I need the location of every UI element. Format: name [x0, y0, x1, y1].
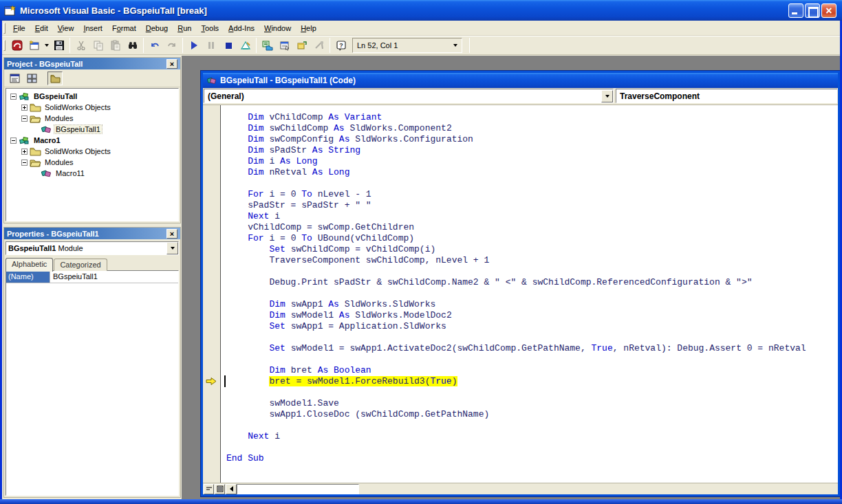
menu-run[interactable]: Run: [173, 22, 196, 34]
tree-item-label[interactable]: Macro11: [54, 169, 86, 177]
help-button[interactable]: ?: [332, 37, 349, 54]
selected-object-name: BGspeiuTall1: [8, 244, 58, 252]
tab-alphabetic[interactable]: Alphabetic: [6, 258, 53, 272]
project-panel-caption[interactable]: Project - BGspeiuTall ×: [4, 58, 180, 69]
properties-panel-close-icon[interactable]: ×: [166, 229, 177, 239]
toolbar-items: ?: [8, 37, 349, 54]
project-panel-close-icon[interactable]: ×: [166, 59, 177, 69]
object-dropdown[interactable]: (General): [204, 89, 614, 103]
solidworks-button[interactable]: [8, 37, 25, 54]
save-button[interactable]: [50, 37, 67, 54]
tree-item-label[interactable]: BGspeiuTall1: [54, 125, 102, 133]
code-line: bret = swModel1.ForceRebuild3(True): [226, 376, 838, 387]
tree-item-solidworks-objects[interactable]: SolidWorks Objects: [6, 146, 178, 157]
tree-item-bgspeiutall[interactable]: BGspeiuTall: [6, 91, 178, 102]
menu-view[interactable]: View: [53, 22, 79, 34]
module-icon: [206, 76, 217, 85]
property-name-cell[interactable]: (Name): [6, 271, 50, 283]
find-button[interactable]: [124, 37, 141, 54]
menu-file[interactable]: File: [8, 22, 30, 34]
menu-window[interactable]: Window: [259, 22, 296, 34]
code-line: Dim nRetval As Long: [226, 167, 838, 178]
tree-item-label[interactable]: BGspeiuTall: [32, 92, 78, 100]
tree-item-bgspeiutall1[interactable]: BGspeiuTall1: [6, 124, 178, 135]
left-dock: Project - BGspeiuTall × BGspeiuTallSoli: [2, 56, 182, 499]
horizontal-scrollbar[interactable]: [226, 483, 359, 494]
tab-categorized[interactable]: Categorized: [54, 259, 107, 271]
minimize-button[interactable]: [788, 3, 803, 18]
position-dropdown-icon: [453, 44, 457, 47]
collapse-icon[interactable]: [10, 138, 17, 144]
project-tree[interactable]: BGspeiuTallSolidWorks ObjectsModulesBGsp…: [6, 88, 179, 221]
run-button[interactable]: [185, 37, 202, 54]
tree-item-macro1[interactable]: Macro1: [6, 135, 178, 146]
menu-insert[interactable]: Insert: [78, 22, 107, 34]
code-editor[interactable]: Dim vChildComp As Variant Dim swChildCom…: [221, 105, 838, 483]
property-value-cell[interactable]: BGspeiuTall1: [50, 271, 178, 283]
code-combo-row: (General) TraverseComponent: [203, 88, 838, 105]
collapse-icon[interactable]: [21, 116, 28, 122]
tree-item-label[interactable]: Modules: [43, 114, 75, 122]
code-line: TraverseComponent swChildComp, nLevel + …: [226, 255, 838, 266]
code-window-titlebar[interactable]: BGspeiuTall - BGspeiuTall1 (Code): [203, 73, 838, 88]
collapse-icon[interactable]: [10, 94, 17, 100]
object-dropdown-icon[interactable]: [601, 90, 613, 102]
toolbar-separator: [143, 38, 144, 53]
scroll-left-icon[interactable]: [226, 484, 237, 494]
find-icon: [127, 40, 138, 51]
insert-userform-button-dropdown-icon[interactable]: [43, 37, 50, 54]
design-mode-button[interactable]: [237, 37, 254, 54]
code-body: Dim vChildComp As Variant Dim swChildCom…: [203, 105, 838, 483]
tree-item-solidworks-objects[interactable]: SolidWorks Objects: [6, 102, 178, 113]
menu-help[interactable]: Help: [296, 22, 321, 34]
code-line: [226, 387, 838, 398]
tree-item-modules[interactable]: Modules: [6, 113, 178, 124]
run-icon: [188, 40, 199, 51]
object-selector-combobox[interactable]: BGspeiuTall1 Module: [6, 241, 179, 255]
properties-window-button[interactable]: [276, 37, 293, 54]
expand-icon[interactable]: [21, 105, 28, 111]
undo-button[interactable]: [146, 37, 163, 54]
menu-tools[interactable]: Tools: [196, 22, 224, 34]
object-browser-button[interactable]: [293, 37, 310, 54]
tree-item-label[interactable]: SolidWorks Objects: [43, 103, 112, 111]
tree-item-label[interactable]: Modules: [43, 158, 75, 166]
menu-edit[interactable]: Edit: [30, 22, 53, 34]
code-line: [226, 178, 838, 189]
view-code-button[interactable]: [7, 72, 22, 85]
procedure-view-button[interactable]: [204, 484, 214, 494]
margin-indicator-bar[interactable]: [203, 105, 221, 483]
object-selector-dropdown-icon[interactable]: [166, 242, 178, 254]
reset-button[interactable]: [219, 37, 237, 54]
tree-item-modules[interactable]: Modules: [6, 157, 178, 168]
code-line: Dim swChildComp As SldWorks.Component2: [226, 123, 838, 134]
project-panel-title: Project - BGspeiuTall: [7, 60, 166, 68]
menu-addins[interactable]: Add-Ins: [224, 22, 259, 34]
maximize-button[interactable]: [805, 3, 820, 18]
menu-debug[interactable]: Debug: [141, 22, 173, 34]
toolbar-grip[interactable]: [3, 40, 6, 51]
code-line: [226, 420, 838, 431]
collapse-icon[interactable]: [21, 160, 28, 166]
toggle-folders-button[interactable]: [47, 72, 63, 85]
full-module-view-button[interactable]: [215, 484, 225, 494]
menu-format[interactable]: Format: [107, 22, 141, 34]
tree-item-macro11[interactable]: Macro11: [6, 168, 178, 179]
main-titlebar[interactable]: Microsoft Visual Basic - BGspeiuTall [br…: [0, 0, 842, 21]
close-button[interactable]: [821, 3, 836, 18]
tree-item-label[interactable]: Macro1: [32, 136, 62, 144]
menubar-grip[interactable]: [3, 23, 6, 34]
design-icon: [240, 40, 251, 51]
code-line: Debug.Print sPadStr & swChildComp.Name2 …: [226, 277, 838, 288]
position-indicator[interactable]: Ln 52, Col 1: [352, 38, 462, 53]
project-explorer-button[interactable]: [259, 37, 276, 54]
property-row[interactable]: (Name) BGspeiuTall1: [6, 271, 178, 283]
insert-userform-button[interactable]: [25, 37, 43, 54]
expand-icon[interactable]: [21, 149, 28, 155]
view-object-button[interactable]: [24, 72, 39, 85]
tree-item-label[interactable]: SolidWorks Objects: [43, 147, 112, 155]
procedure-dropdown[interactable]: TraverseComponent: [616, 89, 837, 103]
properties-panel-caption[interactable]: Properties - BGspeiuTall1 ×: [4, 228, 180, 239]
scrollbar-track[interactable]: [237, 484, 359, 494]
code-line: For i = 0 To nLevel - 1: [226, 189, 838, 200]
